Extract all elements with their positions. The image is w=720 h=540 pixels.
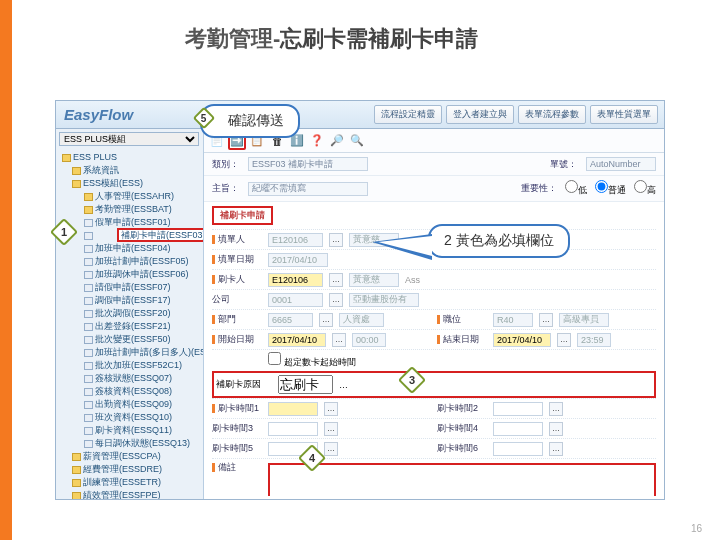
- tree-node[interactable]: 訓練管理(ESSETR): [58, 476, 203, 489]
- t2-input[interactable]: [493, 402, 543, 416]
- btn-flow-wizard[interactable]: 流程設定精靈: [374, 105, 442, 124]
- tree-node[interactable]: 調假申請(ESSF17): [58, 294, 203, 307]
- end-date-picker[interactable]: …: [557, 333, 571, 347]
- start-date[interactable]: [268, 333, 326, 347]
- subj-value[interactable]: [248, 182, 368, 196]
- module-select[interactable]: ESS PLUS模組: [59, 132, 199, 146]
- tree-node[interactable]: 出勤資料(ESSQ09): [58, 398, 203, 411]
- info-row-1: 類別： 單號：: [204, 153, 664, 176]
- applicant-label: 填單人: [212, 233, 262, 246]
- slide-accent-bar: [0, 0, 12, 540]
- start-date-picker[interactable]: …: [332, 333, 346, 347]
- t4-input[interactable]: [493, 422, 543, 436]
- tree-node[interactable]: 出差登錄(ESSF21): [58, 320, 203, 333]
- t1-label: 刷卡時間1: [212, 402, 262, 415]
- app-logo: EasyFlow: [64, 106, 133, 123]
- company-picker[interactable]: …: [329, 293, 343, 307]
- reason-value[interactable]: [278, 375, 333, 394]
- section-title: 補刷卡申請: [212, 206, 273, 225]
- tree-node[interactable]: 刷卡資料(ESSQ11): [58, 424, 203, 437]
- subj-label: 主旨：: [212, 182, 240, 195]
- t6-input[interactable]: [493, 442, 543, 456]
- over-check[interactable]: 超定數卡起始時間: [268, 352, 356, 369]
- no-value: [586, 157, 656, 171]
- tree-node[interactable]: 經費管理(ESSDRE): [58, 463, 203, 476]
- tree-node[interactable]: ESS模組(ESS): [58, 177, 203, 190]
- tree-node[interactable]: 系統資訊: [58, 164, 203, 177]
- t5-picker[interactable]: …: [324, 442, 338, 456]
- dept-label: 部門: [212, 313, 262, 326]
- t3-input[interactable]: [268, 422, 318, 436]
- reason-picker[interactable]: …: [339, 380, 348, 390]
- toolbar-btn-7[interactable]: 🔍: [348, 132, 366, 150]
- btn-login-create[interactable]: 登入者建立與: [446, 105, 514, 124]
- tree-node[interactable]: 簽核狀態(ESSQ07): [58, 372, 203, 385]
- applicant-id: [268, 233, 323, 247]
- pri-high[interactable]: ​高: [634, 180, 656, 197]
- tree-node[interactable]: 批次加班(ESSF52C1): [58, 359, 203, 372]
- pos-picker[interactable]: …: [539, 313, 553, 327]
- callout-1: 1: [54, 222, 74, 242]
- tree-node[interactable]: 班次資料(ESSQ10): [58, 411, 203, 424]
- company-id: [268, 293, 323, 307]
- t3-picker[interactable]: …: [324, 422, 338, 436]
- tree-node[interactable]: 薪資管理(ESSCPA): [58, 450, 203, 463]
- tree-node[interactable]: 考勤管理(ESSBAT): [58, 203, 203, 216]
- tree-node[interactable]: 每日調休狀態(ESSQ13): [58, 437, 203, 450]
- t6-label: 刷卡時間6: [437, 442, 487, 455]
- callout-4: 4: [302, 448, 322, 468]
- dept-picker[interactable]: …: [319, 313, 333, 327]
- header-buttons: 流程設定精靈 登入者建立與 表單流程參數 表單性質選單: [374, 105, 658, 124]
- t6-picker[interactable]: …: [549, 442, 563, 456]
- no-label: 單號：: [550, 158, 578, 171]
- tree-node[interactable]: 補刷卡申請(ESSF03): [58, 229, 203, 242]
- t2-picker[interactable]: …: [549, 402, 563, 416]
- toolbar-btn-5[interactable]: ❓: [308, 132, 326, 150]
- callout-2-speech: 2 黃色為必填欄位: [428, 224, 570, 258]
- page-number: 16: [691, 523, 702, 534]
- pri-mid[interactable]: ​普通: [595, 180, 626, 197]
- tree-node[interactable]: 加班申請(ESSF04): [58, 242, 203, 255]
- pos-id: [493, 313, 533, 327]
- btn-form-flow-param[interactable]: 表單流程參數: [518, 105, 586, 124]
- t5-label: 刷卡時間5: [212, 442, 262, 455]
- tree-node[interactable]: 績效管理(ESSFPE): [58, 489, 203, 499]
- swiper-group: Ass: [405, 275, 420, 285]
- end-date[interactable]: [493, 333, 551, 347]
- date-value: [268, 253, 328, 267]
- remark-input[interactable]: [270, 465, 654, 496]
- tree-node[interactable]: 簽核資料(ESSQ08): [58, 385, 203, 398]
- tree-node[interactable]: 請假申請(ESSF07): [58, 281, 203, 294]
- tree-node[interactable]: ESS PLUS: [58, 151, 203, 164]
- t4-label: 刷卡時間4: [437, 422, 487, 435]
- t1-picker[interactable]: …: [324, 402, 338, 416]
- reason-row: 補刷卡原因 …: [212, 371, 656, 398]
- sidebar: ESS PLUS模組 ESS PLUS系統資訊ESS模組(ESS)人事管理(ES…: [56, 129, 204, 499]
- callout-3: 3: [402, 370, 422, 390]
- start-time[interactable]: [352, 333, 386, 347]
- nav-tree: ESS PLUS系統資訊ESS模組(ESS)人事管理(ESSAHR)考勤管理(E…: [56, 149, 203, 499]
- swiper-id[interactable]: [268, 273, 323, 287]
- tree-node[interactable]: 批次調假(ESSF20): [58, 307, 203, 320]
- t4-picker[interactable]: …: [549, 422, 563, 436]
- tree-node[interactable]: 加班計劃申請(ESSF05): [58, 255, 203, 268]
- applicant-picker[interactable]: …: [329, 233, 343, 247]
- tree-node[interactable]: 人事管理(ESSAHR): [58, 190, 203, 203]
- btn-form-type[interactable]: 表單性質選單: [590, 105, 658, 124]
- pri-label: 重要性：: [521, 182, 557, 195]
- dept-name: [339, 313, 384, 327]
- title-main: 忘刷卡需補刷卡申請: [280, 26, 478, 51]
- date-label: 填單日期: [212, 253, 262, 266]
- type-value: [248, 157, 368, 171]
- app-header: EasyFlow 流程設定精靈 登入者建立與 表單流程參數 表單性質選單: [56, 101, 664, 129]
- t1-input[interactable]: [268, 402, 318, 416]
- end-time[interactable]: [577, 333, 611, 347]
- toolbar-btn-6[interactable]: 🔎: [328, 132, 346, 150]
- tree-node[interactable]: 加班計劃申請(多日多人)(ESS: [58, 346, 203, 359]
- tree-node[interactable]: 批次變更(ESSF50): [58, 333, 203, 346]
- company-label: 公司: [212, 293, 262, 306]
- pri-low[interactable]: ​低: [565, 180, 587, 197]
- tree-node[interactable]: 加班調休申請(ESSF06): [58, 268, 203, 281]
- swiper-picker[interactable]: …: [329, 273, 343, 287]
- main-panel: 📄➡️📋🗑ℹ️❓🔎🔍 類別： 單號： 主旨： 重要性： ​低 ​普通 ​高 補刷…: [204, 129, 664, 499]
